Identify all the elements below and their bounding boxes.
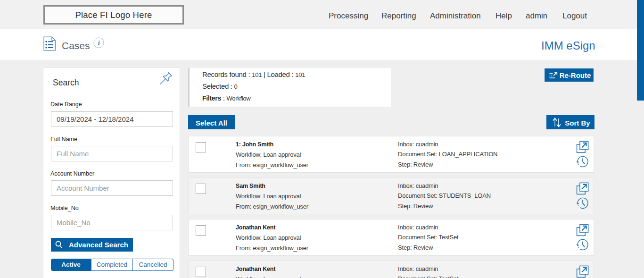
- svg-text:i: i: [98, 40, 100, 46]
